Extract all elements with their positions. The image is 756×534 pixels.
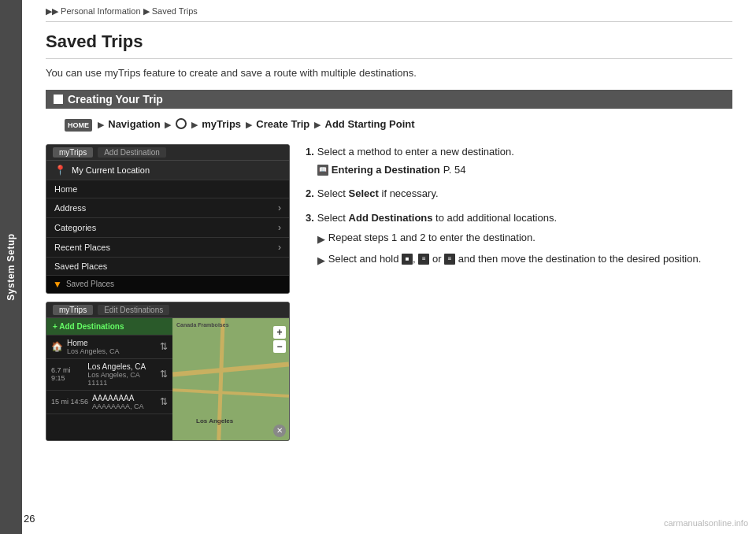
dest-home-name: Home (67, 339, 120, 347)
bullet2-text: Select and hold ■, ≡ or ≡ and then move … (328, 251, 701, 268)
main-content: ▶▶ Personal Information ▶ Saved Trips Sa… (22, 0, 756, 457)
menu-saved-label: Saved Places (54, 261, 107, 271)
step1-num: 1. (306, 144, 314, 179)
nav-mytrips: myTrips (202, 118, 241, 130)
nav-navigation: Navigation (108, 118, 160, 130)
location-pin-icon: 📍 (54, 165, 65, 176)
breadcrumb-part1: ▶▶ Personal Information (46, 6, 141, 16)
step-1: 1. Select a method to enter a new destin… (306, 144, 732, 179)
dest-home-sub: Los Angeles, CA (67, 347, 120, 355)
nav-search-icon (176, 118, 187, 129)
bullet1-arrow: ▶ (317, 232, 325, 248)
menu-item-address: Address › (46, 198, 289, 218)
section-title: Creating Your Trip (68, 93, 163, 106)
menu-item-categories: Categories › (46, 218, 289, 238)
instructions-column: 1. Select a method to enter a new destin… (306, 144, 732, 441)
menu-current-location: 📍 My Current Location (46, 161, 289, 180)
dest-la-sub: Los Angeles, CA 11111 (87, 371, 156, 387)
screenshot2-tab1: myTrips (53, 305, 93, 315)
screenshot1-tab1: myTrips (53, 147, 93, 158)
step2-content: Select Select if necessary. (317, 186, 439, 202)
step1-ref-page: P. 54 (443, 162, 466, 179)
menu-categories-label: Categories (54, 223, 96, 232)
step3-bullet2: ▶ Select and hold ■, ≡ or ≡ and then mov… (317, 251, 701, 269)
section-header-square (54, 95, 63, 104)
menu-address-arrow: › (278, 202, 281, 213)
menu-home-label: Home (54, 184, 77, 194)
step2-num: 2. (306, 186, 314, 202)
step1-ref-text: Entering a Destination (332, 162, 440, 179)
nav-create-trip: Create Trip (256, 118, 309, 130)
dest-la-dist: 6.7 mi 9:15 (51, 366, 83, 382)
screenshot2-tab2: Edit Destinations (98, 305, 169, 315)
breadcrumb-part2: Saved Trips (152, 6, 198, 16)
add-destinations-btn[interactable]: + Add Destinations (46, 318, 172, 336)
side-tab: System Setup (0, 0, 22, 534)
bullet1-text: Repeat steps 1 and 2 to enter the destin… (328, 230, 536, 247)
dest-home-names: Home Los Angeles, CA (67, 339, 120, 355)
dest-la-drag: ⇅ (160, 369, 168, 380)
map-close-btn[interactable]: ✕ (273, 425, 286, 437)
page-title: Saved Trips (46, 32, 732, 59)
step3-bold: Add Destinations (349, 212, 433, 224)
map-label-canada: Canada Framboises (176, 322, 229, 328)
step-3: 3. Select Add Destinations to add additi… (306, 210, 732, 269)
zoom-in-btn[interactable]: + (273, 326, 286, 339)
map-label-la: Los Angeles (196, 417, 233, 425)
menu-categories-arrow: › (278, 222, 281, 233)
nav-home-icon: HOME (65, 119, 92, 132)
dest-home-icon: 🏠 (51, 341, 63, 352)
menu-item-saved: Saved Places (46, 258, 289, 276)
map-road-h2 (172, 388, 289, 398)
screenshot-2: myTrips Edit Destinations + Add Destinat… (46, 302, 290, 441)
screenshot1-header: myTrips Add Destination (46, 145, 289, 161)
add-destinations-label: + Add Destinations (53, 322, 124, 331)
screenshot-1: myTrips Add Destination 📍 My Current Loc… (46, 144, 290, 294)
menu-item-home: Home (46, 180, 289, 198)
nav-add-starting-point: Add Starting Point (325, 118, 415, 130)
nav-bottom-icon: ▼ (53, 279, 62, 290)
dest-aaa-names: AAAAAAAA AAAAAAAA, CA (92, 394, 144, 410)
dest-item-aaa: 15 mi 14:56 AAAAAAAA AAAAAAAA, CA ⇅ (46, 391, 172, 414)
instructions: 1. Select a method to enter a new destin… (306, 144, 732, 269)
nav-path: HOME ▶ Navigation ▶ ▶ myTrips ▶ Create T… (46, 117, 732, 133)
step3-content: Select Add Destinations to add additiona… (317, 210, 701, 269)
bullet2-arrow: ▶ (317, 253, 325, 269)
dest-item-la: 6.7 mi 9:15 Los Angeles, CA Los Angeles,… (46, 359, 172, 391)
dest-aaa-sub: AAAAAAAA, CA (92, 402, 144, 410)
screenshot1-bottom-bar: ▼ Saved Places (46, 276, 289, 293)
menu-address-label: Address (54, 203, 86, 213)
dest-aaa-name: AAAAAAAA (92, 394, 144, 402)
watermark: carmanualsonline.info (664, 518, 748, 528)
two-col-layout: myTrips Add Destination 📍 My Current Loc… (46, 144, 732, 441)
dest-aaa-drag: ⇅ (160, 396, 168, 407)
step3-bullet1: ▶ Repeat steps 1 and 2 to enter the dest… (317, 230, 701, 248)
screenshots-column: myTrips Add Destination 📍 My Current Loc… (46, 144, 290, 441)
dest-la-name: Los Angeles, CA (87, 362, 156, 371)
map-overlay: Canada Framboises Los Angeles + − ✕ (172, 318, 289, 440)
step2-bold: Select (349, 187, 379, 199)
step-2: 2. Select Select if necessary. (306, 186, 732, 202)
map-road-h1 (172, 362, 289, 376)
screenshot2-menu: + Add Destinations 🏠 Home Los Angeles, C… (46, 318, 172, 440)
intro-text: You can use myTrips feature to create an… (46, 67, 732, 79)
menu-recent-arrow: › (278, 242, 281, 253)
step1-content: Select a method to enter a new destinati… (317, 144, 514, 179)
step1-ref: 📖 Entering a Destination P. 54 (317, 162, 514, 179)
screenshot1-menu: 📍 My Current Location Home Address › Cat… (46, 161, 289, 276)
step1-ref-icon: 📖 (317, 165, 328, 176)
dest-la-names: Los Angeles, CA Los Angeles, CA 11111 (87, 362, 156, 387)
screenshot2-header: myTrips Edit Destinations (46, 302, 289, 318)
dest-aaa-dist: 15 mi 14:56 (51, 398, 88, 406)
dest-home-drag: ⇅ (160, 341, 168, 352)
bottom-saved-label: Saved Places (66, 280, 114, 288)
breadcrumb-arrow: ▶ (143, 6, 150, 16)
inline-icon-list2: ≡ (444, 254, 455, 265)
side-tab-label: System Setup (6, 233, 17, 300)
zoom-out-btn[interactable]: − (273, 340, 286, 353)
step1-text: Select a method to enter a new destinati… (317, 146, 514, 158)
screenshot2-map: Canada Framboises Los Angeles + − ✕ (172, 318, 289, 440)
zoom-controls[interactable]: + − (273, 326, 286, 353)
menu-recent-label: Recent Places (54, 243, 110, 252)
step3-text: Select Add Destinations to add additiona… (317, 212, 557, 224)
